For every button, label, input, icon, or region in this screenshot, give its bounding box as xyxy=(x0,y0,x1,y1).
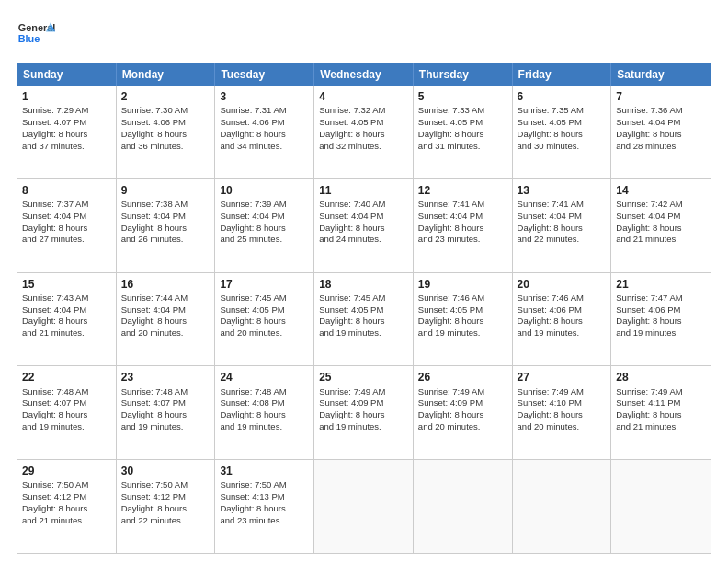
day-number: 9 xyxy=(121,183,210,198)
day-info-line: Daylight: 8 hours xyxy=(121,409,210,421)
cal-cell-day-14: 14Sunrise: 7:42 AMSunset: 4:04 PMDayligh… xyxy=(611,179,711,272)
day-info-line: and 19 minutes. xyxy=(121,421,210,433)
day-info-line: and 19 minutes. xyxy=(319,421,408,433)
day-info-line: Sunset: 4:05 PM xyxy=(319,117,408,129)
day-info-line: Sunrise: 7:45 AM xyxy=(220,293,309,304)
day-info-line: Daylight: 8 hours xyxy=(418,223,507,235)
cal-cell-day-16: 16Sunrise: 7:44 AMSunset: 4:04 PMDayligh… xyxy=(117,273,216,366)
day-info-line: Sunrise: 7:39 AM xyxy=(220,199,309,211)
day-info-line: Sunset: 4:04 PM xyxy=(616,117,706,129)
day-info-line: and 22 minutes. xyxy=(121,515,210,527)
day-info-line: Sunset: 4:12 PM xyxy=(121,491,210,503)
day-info-line: Daylight: 8 hours xyxy=(418,129,507,141)
day-info-line: and 22 minutes. xyxy=(518,234,607,246)
day-number: 14 xyxy=(616,183,706,198)
day-number: 19 xyxy=(418,277,507,292)
cal-cell-day-15: 15Sunrise: 7:43 AMSunset: 4:04 PMDayligh… xyxy=(17,273,117,366)
day-info-line: and 21 minutes. xyxy=(22,327,111,339)
day-number: 22 xyxy=(22,370,111,385)
day-number: 2 xyxy=(121,89,210,104)
day-info-line: and 34 minutes. xyxy=(220,141,309,153)
day-number: 25 xyxy=(319,370,408,385)
day-info-line: Sunset: 4:08 PM xyxy=(220,397,309,409)
day-info-line: Sunrise: 7:32 AM xyxy=(319,105,408,117)
day-info-line: Sunrise: 7:48 AM xyxy=(121,386,210,398)
day-info-line: Sunrise: 7:38 AM xyxy=(121,199,210,211)
cal-cell-day-22: 22Sunrise: 7:48 AMSunset: 4:07 PMDayligh… xyxy=(17,366,117,459)
cal-day-header-saturday: Saturday xyxy=(611,63,711,86)
day-number: 3 xyxy=(220,89,309,104)
cal-cell-day-20: 20Sunrise: 7:46 AMSunset: 4:06 PMDayligh… xyxy=(513,273,612,366)
day-info-line: Sunrise: 7:49 AM xyxy=(418,386,507,398)
day-number: 30 xyxy=(121,464,210,478)
day-info-line: Sunset: 4:06 PM xyxy=(220,117,309,129)
cal-cell-day-7: 7Sunrise: 7:36 AMSunset: 4:04 PMDaylight… xyxy=(611,86,711,178)
cal-cell-day-17: 17Sunrise: 7:45 AMSunset: 4:05 PMDayligh… xyxy=(215,273,314,366)
day-number: 12 xyxy=(418,183,507,198)
cal-cell-day-23: 23Sunrise: 7:48 AMSunset: 4:07 PMDayligh… xyxy=(117,366,216,459)
day-info-line: Sunset: 4:04 PM xyxy=(22,211,111,223)
day-number: 6 xyxy=(518,89,607,104)
day-info-line: and 24 minutes. xyxy=(319,234,408,246)
cal-cell-day-8: 8Sunrise: 7:37 AMSunset: 4:04 PMDaylight… xyxy=(17,179,117,272)
day-info-line: Sunset: 4:12 PM xyxy=(22,491,111,503)
logo: General Blue xyxy=(17,15,55,53)
day-number: 17 xyxy=(220,277,309,292)
day-info-line: and 21 minutes. xyxy=(22,515,111,527)
day-info-line: Daylight: 8 hours xyxy=(121,223,210,235)
cal-week-4: 22Sunrise: 7:48 AMSunset: 4:07 PMDayligh… xyxy=(17,366,711,460)
day-info-line: Sunrise: 7:45 AM xyxy=(319,293,408,304)
cal-week-1: 1Sunrise: 7:29 AMSunset: 4:07 PMDaylight… xyxy=(17,86,711,179)
day-info-line: Sunset: 4:04 PM xyxy=(121,304,210,316)
cal-cell-day-5: 5Sunrise: 7:33 AMSunset: 4:05 PMDaylight… xyxy=(414,86,513,178)
day-info-line: Daylight: 8 hours xyxy=(220,316,309,327)
day-number: 16 xyxy=(121,277,210,292)
day-number: 11 xyxy=(319,183,408,198)
day-info-line: Daylight: 8 hours xyxy=(319,409,408,421)
cal-cell-day-21: 21Sunrise: 7:47 AMSunset: 4:06 PMDayligh… xyxy=(611,273,711,366)
day-info-line: Sunrise: 7:48 AM xyxy=(22,386,111,398)
day-info-line: Sunrise: 7:35 AM xyxy=(518,105,607,117)
day-info-line: Sunset: 4:09 PM xyxy=(319,397,408,409)
svg-text:Blue: Blue xyxy=(18,33,40,44)
cal-cell-empty xyxy=(611,460,711,553)
day-info-line: Daylight: 8 hours xyxy=(319,129,408,141)
day-info-line: Sunset: 4:04 PM xyxy=(220,211,309,223)
day-info-line: Sunrise: 7:29 AM xyxy=(22,105,111,117)
day-info-line: Daylight: 8 hours xyxy=(121,503,210,515)
day-info-line: and 37 minutes. xyxy=(22,141,111,153)
day-info-line: Daylight: 8 hours xyxy=(518,316,607,327)
day-info-line: and 19 minutes. xyxy=(319,327,408,339)
day-info-line: Sunset: 4:06 PM xyxy=(616,304,706,316)
day-info-line: Daylight: 8 hours xyxy=(22,129,111,141)
day-info-line: Daylight: 8 hours xyxy=(518,409,607,421)
day-info-line: and 23 minutes. xyxy=(418,234,507,246)
cal-cell-day-3: 3Sunrise: 7:31 AMSunset: 4:06 PMDaylight… xyxy=(215,86,314,178)
cal-cell-day-31: 31Sunrise: 7:50 AMSunset: 4:13 PMDayligh… xyxy=(215,460,314,553)
cal-cell-day-12: 12Sunrise: 7:41 AMSunset: 4:04 PMDayligh… xyxy=(414,179,513,272)
day-info-line: Daylight: 8 hours xyxy=(616,223,706,235)
day-number: 18 xyxy=(319,277,408,292)
day-info-line: Sunrise: 7:31 AM xyxy=(220,105,309,117)
day-info-line: and 32 minutes. xyxy=(319,141,408,153)
day-info-line: Sunset: 4:04 PM xyxy=(319,211,408,223)
cal-cell-empty xyxy=(314,460,414,553)
cal-cell-day-25: 25Sunrise: 7:49 AMSunset: 4:09 PMDayligh… xyxy=(314,366,414,459)
day-number: 1 xyxy=(22,89,111,104)
day-number: 5 xyxy=(418,89,507,104)
day-info-line: and 20 minutes. xyxy=(121,327,210,339)
day-info-line: Daylight: 8 hours xyxy=(22,409,111,421)
day-info-line: Daylight: 8 hours xyxy=(220,409,309,421)
cal-cell-day-30: 30Sunrise: 7:50 AMSunset: 4:12 PMDayligh… xyxy=(117,460,216,553)
cal-cell-day-9: 9Sunrise: 7:38 AMSunset: 4:04 PMDaylight… xyxy=(117,179,216,272)
day-info-line: Sunrise: 7:50 AM xyxy=(22,479,111,491)
day-info-line: and 19 minutes. xyxy=(616,327,706,339)
day-info-line: Sunrise: 7:50 AM xyxy=(121,479,210,491)
day-info-line: Sunset: 4:05 PM xyxy=(319,304,408,316)
cal-cell-day-18: 18Sunrise: 7:45 AMSunset: 4:05 PMDayligh… xyxy=(314,273,414,366)
day-number: 7 xyxy=(616,89,706,104)
day-info-line: Daylight: 8 hours xyxy=(418,409,507,421)
day-info-line: Sunset: 4:06 PM xyxy=(121,117,210,129)
cal-day-header-thursday: Thursday xyxy=(414,63,513,86)
day-number: 26 xyxy=(418,370,507,385)
